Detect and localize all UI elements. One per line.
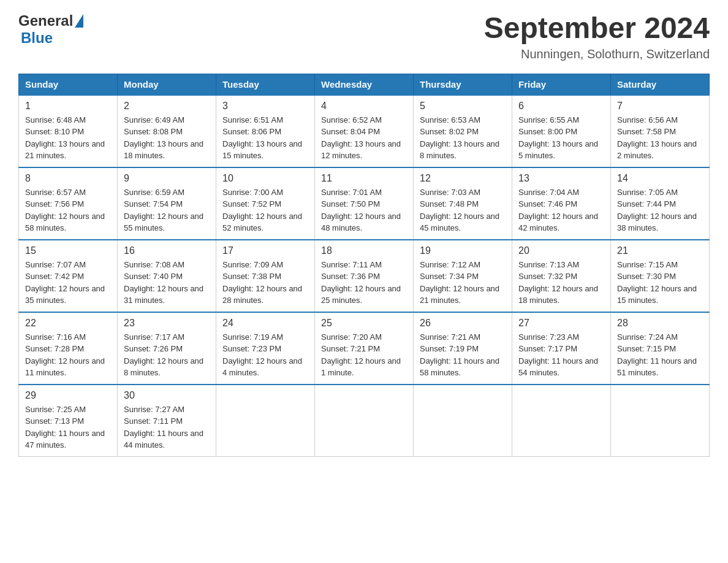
day-info: Sunrise: 6:56 AMSunset: 7:58 PMDaylight:… [617, 114, 703, 162]
calendar-cell: 19 Sunrise: 7:12 AMSunset: 7:34 PMDaylig… [414, 240, 512, 312]
day-number: 18 [321, 245, 407, 256]
day-info: Sunrise: 7:01 AMSunset: 7:50 PMDaylight:… [321, 186, 407, 234]
calendar-day-header: Tuesday [216, 74, 315, 95]
calendar-week-row: 29 Sunrise: 7:25 AMSunset: 7:13 PMDaylig… [19, 385, 710, 457]
month-title: September 2024 [484, 12, 710, 45]
day-info: Sunrise: 6:52 AMSunset: 8:04 PMDaylight:… [321, 114, 407, 162]
day-number: 28 [617, 318, 703, 329]
day-number: 21 [617, 245, 703, 256]
calendar-cell: 18 Sunrise: 7:11 AMSunset: 7:36 PMDaylig… [315, 240, 414, 312]
calendar-cell: 26 Sunrise: 7:21 AMSunset: 7:19 PMDaylig… [414, 312, 512, 385]
calendar-cell [512, 385, 611, 457]
day-number: 20 [518, 245, 604, 256]
day-number: 8 [25, 173, 111, 184]
calendar-cell: 24 Sunrise: 7:19 AMSunset: 7:23 PMDaylig… [216, 312, 315, 385]
day-info: Sunrise: 6:48 AMSunset: 8:10 PMDaylight:… [25, 114, 111, 162]
day-info: Sunrise: 7:00 AMSunset: 7:52 PMDaylight:… [222, 186, 308, 234]
calendar-cell: 7 Sunrise: 6:56 AMSunset: 7:58 PMDayligh… [611, 95, 710, 167]
calendar-table: SundayMondayTuesdayWednesdayThursdayFrid… [18, 74, 710, 457]
calendar-cell: 8 Sunrise: 6:57 AMSunset: 7:56 PMDayligh… [19, 167, 118, 240]
calendar-cell [414, 385, 512, 457]
calendar-cell: 15 Sunrise: 7:07 AMSunset: 7:42 PMDaylig… [19, 240, 118, 312]
day-info: Sunrise: 7:24 AMSunset: 7:15 PMDaylight:… [617, 331, 703, 379]
day-number: 13 [518, 173, 604, 184]
day-number: 14 [617, 173, 703, 184]
logo-general-text: General [18, 12, 73, 29]
location-text: Nunningen, Solothurn, Switzerland [484, 47, 710, 61]
day-info: Sunrise: 7:09 AMSunset: 7:38 PMDaylight:… [222, 259, 308, 307]
day-number: 17 [222, 245, 308, 256]
day-number: 2 [124, 101, 210, 112]
day-info: Sunrise: 7:21 AMSunset: 7:19 PMDaylight:… [420, 331, 506, 379]
day-info: Sunrise: 6:53 AMSunset: 8:02 PMDaylight:… [420, 114, 506, 162]
calendar-day-header: Friday [512, 74, 611, 95]
day-number: 11 [321, 173, 407, 184]
day-info: Sunrise: 7:25 AMSunset: 7:13 PMDaylight:… [25, 404, 111, 451]
day-number: 1 [25, 101, 111, 112]
calendar-cell: 4 Sunrise: 6:52 AMSunset: 8:04 PMDayligh… [315, 95, 414, 167]
day-info: Sunrise: 6:57 AMSunset: 7:56 PMDaylight:… [25, 186, 111, 234]
calendar-cell [611, 385, 710, 457]
day-info: Sunrise: 7:12 AMSunset: 7:34 PMDaylight:… [420, 259, 506, 307]
logo-blue-text: Blue [21, 29, 53, 46]
calendar-cell: 29 Sunrise: 7:25 AMSunset: 7:13 PMDaylig… [19, 385, 118, 457]
day-info: Sunrise: 7:19 AMSunset: 7:23 PMDaylight:… [222, 331, 308, 379]
day-number: 12 [420, 173, 506, 184]
day-info: Sunrise: 6:59 AMSunset: 7:54 PMDaylight:… [124, 186, 210, 234]
day-number: 3 [222, 101, 308, 112]
day-info: Sunrise: 7:04 AMSunset: 7:46 PMDaylight:… [518, 186, 604, 234]
calendar-week-row: 1 Sunrise: 6:48 AMSunset: 8:10 PMDayligh… [19, 95, 710, 167]
calendar-cell: 5 Sunrise: 6:53 AMSunset: 8:02 PMDayligh… [414, 95, 512, 167]
calendar-day-header: Thursday [414, 74, 512, 95]
day-number: 10 [222, 173, 308, 184]
page-header: General Blue September 2024 Nunningen, S… [18, 12, 710, 61]
day-info: Sunrise: 7:17 AMSunset: 7:26 PMDaylight:… [124, 331, 210, 379]
calendar-cell: 30 Sunrise: 7:27 AMSunset: 7:11 PMDaylig… [118, 385, 216, 457]
title-section: September 2024 Nunningen, Solothurn, Swi… [484, 12, 710, 61]
calendar-day-header: Monday [118, 74, 216, 95]
calendar-cell: 16 Sunrise: 7:08 AMSunset: 7:40 PMDaylig… [118, 240, 216, 312]
day-number: 4 [321, 101, 407, 112]
calendar-cell: 17 Sunrise: 7:09 AMSunset: 7:38 PMDaylig… [216, 240, 315, 312]
calendar-cell: 9 Sunrise: 6:59 AMSunset: 7:54 PMDayligh… [118, 167, 216, 240]
day-number: 5 [420, 101, 506, 112]
calendar-cell: 20 Sunrise: 7:13 AMSunset: 7:32 PMDaylig… [512, 240, 611, 312]
calendar-cell: 1 Sunrise: 6:48 AMSunset: 8:10 PMDayligh… [19, 95, 118, 167]
calendar-week-row: 8 Sunrise: 6:57 AMSunset: 7:56 PMDayligh… [19, 167, 710, 240]
calendar-day-header: Saturday [611, 74, 710, 95]
day-info: Sunrise: 6:51 AMSunset: 8:06 PMDaylight:… [222, 114, 308, 162]
day-info: Sunrise: 6:55 AMSunset: 8:00 PMDaylight:… [518, 114, 604, 162]
day-number: 23 [124, 318, 210, 329]
day-info: Sunrise: 7:03 AMSunset: 7:48 PMDaylight:… [420, 186, 506, 234]
day-number: 15 [25, 245, 111, 256]
calendar-cell: 10 Sunrise: 7:00 AMSunset: 7:52 PMDaylig… [216, 167, 315, 240]
day-info: Sunrise: 7:11 AMSunset: 7:36 PMDaylight:… [321, 259, 407, 307]
calendar-cell: 6 Sunrise: 6:55 AMSunset: 8:00 PMDayligh… [512, 95, 611, 167]
calendar-cell: 13 Sunrise: 7:04 AMSunset: 7:46 PMDaylig… [512, 167, 611, 240]
day-info: Sunrise: 7:05 AMSunset: 7:44 PMDaylight:… [617, 186, 703, 234]
calendar-cell [315, 385, 414, 457]
calendar-cell: 3 Sunrise: 6:51 AMSunset: 8:06 PMDayligh… [216, 95, 315, 167]
day-info: Sunrise: 7:20 AMSunset: 7:21 PMDaylight:… [321, 331, 407, 379]
day-number: 29 [25, 390, 111, 401]
calendar-cell [216, 385, 315, 457]
calendar-day-header: Sunday [19, 74, 118, 95]
calendar-cell: 27 Sunrise: 7:23 AMSunset: 7:17 PMDaylig… [512, 312, 611, 385]
calendar-cell: 12 Sunrise: 7:03 AMSunset: 7:48 PMDaylig… [414, 167, 512, 240]
day-info: Sunrise: 7:15 AMSunset: 7:30 PMDaylight:… [617, 259, 703, 307]
day-info: Sunrise: 7:07 AMSunset: 7:42 PMDaylight:… [25, 259, 111, 307]
calendar-cell: 28 Sunrise: 7:24 AMSunset: 7:15 PMDaylig… [611, 312, 710, 385]
logo-triangle-icon [75, 14, 83, 28]
calendar-cell: 11 Sunrise: 7:01 AMSunset: 7:50 PMDaylig… [315, 167, 414, 240]
logo: General Blue [18, 12, 83, 47]
day-number: 7 [617, 101, 703, 112]
calendar-week-row: 15 Sunrise: 7:07 AMSunset: 7:42 PMDaylig… [19, 240, 710, 312]
calendar-header-row: SundayMondayTuesdayWednesdayThursdayFrid… [19, 74, 710, 95]
day-number: 9 [124, 173, 210, 184]
day-number: 24 [222, 318, 308, 329]
calendar-day-header: Wednesday [315, 74, 414, 95]
day-info: Sunrise: 7:13 AMSunset: 7:32 PMDaylight:… [518, 259, 604, 307]
day-number: 30 [124, 390, 210, 401]
day-number: 6 [518, 101, 604, 112]
day-info: Sunrise: 6:49 AMSunset: 8:08 PMDaylight:… [124, 114, 210, 162]
